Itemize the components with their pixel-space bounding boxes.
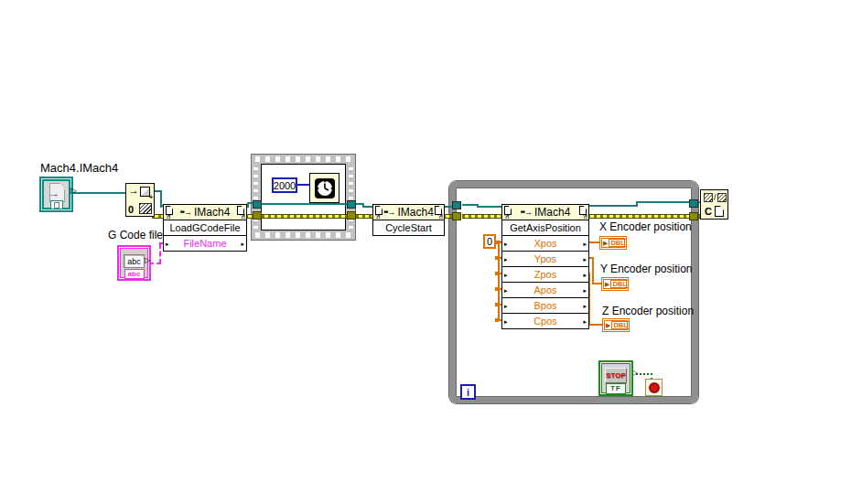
error-wire	[356, 214, 372, 219]
stop-button[interactable]: STOP TF	[598, 360, 633, 396]
param-in-arrow-icon: ▸	[166, 241, 169, 247]
refnum-wire	[636, 201, 690, 203]
x-encoder-label: X Encoder position	[599, 220, 692, 233]
hatched-square-icon	[704, 193, 713, 202]
invoke-arrow-icon: ••→	[521, 208, 532, 217]
wait-ms-node[interactable]	[309, 173, 339, 203]
string-value-box[interactable]: abc	[124, 254, 145, 268]
indicator-arrow-icon: ▶	[605, 281, 609, 287]
refnum-icon: →	[42, 179, 70, 209]
sequence-filmstrip-top	[255, 156, 351, 162]
y-encoder-indicator[interactable]: ▶ DBL	[601, 277, 629, 291]
invoke-method-row[interactable]: GetAxisPosition	[502, 220, 588, 235]
invoke-param-row-apos[interactable]: ▸ Apos ▸	[502, 282, 588, 297]
error-wire	[587, 214, 691, 219]
param-in-arrow-icon: ▸	[504, 318, 508, 325]
stop-button-plate[interactable]: STOP	[605, 368, 627, 383]
param-out-arrow-icon: ▸	[583, 303, 587, 309]
axis-number-constant[interactable]: 0	[483, 234, 496, 249]
close-reference-node[interactable]: / C	[700, 189, 728, 220]
stop-button-face: STOP TF	[601, 363, 630, 393]
open-arrow-icon: →	[128, 184, 139, 197]
param-out-arrow-icon: ▸	[583, 256, 587, 263]
error-out-icon: ?!	[240, 213, 244, 220]
invoke-header: ?! ••→ IMach4 ?!	[502, 205, 588, 220]
sequence-tunnel-refnum-left	[253, 200, 262, 209]
dbl-type-text: DBL	[609, 239, 626, 247]
invoke-arrow-icon: ••→	[383, 208, 394, 217]
numeric-wire	[592, 283, 601, 284]
invoke-param-row-bpos[interactable]: ▸ Bpos ▸	[502, 297, 588, 313]
hatched-square-icon	[717, 193, 727, 202]
refnum-wire	[477, 206, 501, 208]
error-wire	[462, 214, 501, 219]
param-label: Apos	[533, 284, 556, 295]
invoke-class-title: IMach4	[194, 206, 230, 219]
loop-tunnel-error-right	[689, 212, 698, 220]
wire-junction	[495, 272, 499, 275]
param-label: Bpos	[533, 300, 556, 311]
mini-page-icon	[54, 202, 59, 209]
loop-condition-terminal[interactable]	[645, 379, 663, 396]
param-label: Xpos	[533, 238, 556, 249]
refnum-wire	[73, 192, 125, 194]
boolean-type-tab: TF	[606, 383, 626, 394]
invoke-node-cyclestart[interactable]: ?! ••→ IMach4 ?! CycleStart	[372, 204, 445, 236]
numeric-wire	[588, 324, 602, 326]
wire-junction	[495, 318, 499, 322]
y-encoder-label: Y Encoder position	[600, 263, 693, 275]
x-encoder-indicator[interactable]: ▶ DBL	[599, 236, 627, 250]
sequence-tunnel-error-right	[347, 211, 356, 220]
string-wire	[159, 243, 161, 264]
dbl-type-text: DBL	[610, 280, 628, 288]
invoke-param-row-ypos[interactable]: ▸ Ypos ▸	[502, 251, 588, 266]
page-icon	[715, 206, 724, 217]
error-out-icon: ?!	[437, 213, 442, 220]
invoke-param-row-zpos[interactable]: ▸ Zpos ▸	[502, 266, 588, 282]
invoke-param-row-cpos[interactable]: ▸ Cpos ▸	[502, 313, 588, 328]
invoke-node-getaxisposition[interactable]: ?! ••→ IMach4 ?! GetAxisPosition ▸ Xpos …	[501, 204, 589, 329]
invoke-arrow-icon: ••→	[180, 208, 191, 217]
wire-junction	[495, 256, 499, 260]
sequence-filmstrip-bottom	[255, 232, 351, 238]
invoke-header: ?! ••→ IMach4 ?!	[373, 205, 444, 220]
error-wire	[262, 214, 348, 219]
automation-open-node[interactable]: → + 0	[125, 183, 155, 217]
loop-iteration-terminal[interactable]: i	[460, 384, 476, 400]
stop-sign-icon	[649, 382, 660, 393]
param-label: FileName	[183, 238, 226, 249]
param-in-arrow-icon: ▸	[504, 256, 508, 263]
invoke-param-row[interactable]: ▸ FileName ▸	[164, 235, 246, 251]
automation-refnum-control[interactable]: →	[39, 177, 73, 212]
param-label: Ypos	[534, 253, 556, 264]
param-in-arrow-icon: ▸	[504, 272, 508, 278]
invoke-method-row[interactable]: LoadGCodeFile	[164, 220, 246, 235]
gcode-string-control[interactable]: abc ▷ abc	[117, 245, 151, 281]
wait-time-constant[interactable]: 2000	[272, 177, 297, 193]
wire-junction	[495, 241, 499, 244]
param-label: Zpos	[534, 269, 556, 280]
labview-block-diagram: { "nodes": { "refnum": {"label": "Mach4.…	[0, 0, 862, 504]
invoke-method-row[interactable]: CycleStart	[373, 220, 444, 235]
numeric-wire	[498, 241, 500, 321]
loop-tunnel-refnum-left	[452, 201, 461, 209]
z-encoder-label: Z Encoder position	[602, 305, 694, 317]
error-in-icon: ?!	[375, 213, 380, 220]
invoke-node-loadgcodefile[interactable]: ?! ••→ IMach4 ?! LoadGCodeFile ▸ FileNam…	[163, 204, 247, 252]
indicator-arrow-icon: ▶	[606, 322, 610, 328]
sequence-tunnel-error-left	[253, 211, 262, 220]
close-ref-bottom-row: C	[705, 206, 724, 217]
invoke-param-row-xpos[interactable]: ▸ Xpos ▸	[502, 235, 588, 251]
param-out-arrow-icon: ▸	[583, 241, 587, 247]
dbl-icon: ▶ DBL	[601, 238, 625, 248]
indicator-arrow-icon: ▶	[603, 240, 608, 246]
refnum-wire	[362, 206, 372, 208]
z-encoder-indicator[interactable]: ▶ DBL	[602, 318, 630, 332]
open-zero-glyph: 0	[128, 204, 134, 215]
numeric-wire	[592, 257, 594, 284]
param-out-arrow-icon: ▸	[583, 318, 587, 325]
refnum-label: Mach4.IMach4	[40, 161, 118, 175]
plus-icon: +	[149, 194, 153, 200]
refnum-output-arrow-icon: ▷	[70, 187, 77, 195]
flat-sequence-structure[interactable]	[251, 154, 356, 241]
